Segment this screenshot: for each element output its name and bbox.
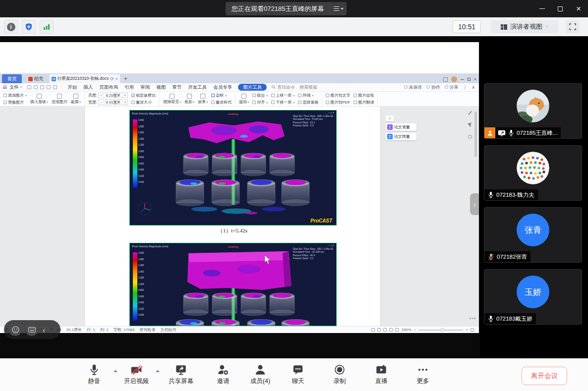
width-stepper[interactable]: −9.91厘米+ — [98, 100, 128, 105]
zoom-out-button[interactable]: − — [414, 328, 416, 332]
chat-button[interactable]: 聊天 — [278, 363, 318, 386]
zoom-in-button[interactable]: + — [466, 328, 468, 332]
ribbon-image-to-pdf[interactable]: 图片转PDF — [326, 100, 350, 105]
menu-item-page-layout[interactable]: 页面布局 — [99, 84, 118, 91]
figure-2[interactable]: Fluid Velocity Magnitude [m/s] meshing ─… — [129, 243, 337, 326]
menu-file[interactable]: 文件 — [9, 84, 19, 91]
picture-tools-tab[interactable]: 图片工具 — [238, 84, 267, 91]
close-button[interactable]: × — [571, 0, 586, 17]
collaborate-button[interactable]: 协作 — [426, 84, 440, 91]
security-button[interactable] — [22, 20, 36, 34]
ribbon-bring-forward[interactable]: 上移一层▾ — [271, 93, 294, 98]
tab-close-icon[interactable]: × — [116, 76, 118, 81]
collapse-pill-icon[interactable]: ‹ — [43, 326, 45, 334]
reset-size-button[interactable]: 重设大小 — [131, 100, 156, 105]
ribbon-add-image[interactable]: 添加图片▾ — [3, 93, 27, 98]
participant-tile-3[interactable]: 张青 072182张青 — [484, 207, 582, 263]
ribbon-select-pane[interactable]: 选择窗格 — [298, 100, 318, 105]
invite-button[interactable]: 邀请 — [203, 363, 243, 386]
plugin-check-button[interactable]: 文 论文查重 — [386, 123, 416, 131]
lock-aspect-checkbox[interactable]: ✓锁定纵横比 — [131, 93, 156, 98]
meeting-info-button[interactable]: i — [4, 20, 18, 34]
view-mode-2-icon[interactable] — [377, 328, 381, 332]
apps-grid-icon[interactable] — [443, 77, 448, 82]
menu-item-section[interactable]: 章节 — [172, 84, 181, 91]
menu-item-review[interactable]: 审阅 — [140, 84, 150, 91]
wps-tab-home[interactable]: 首页 — [2, 74, 22, 83]
menu-item-start[interactable]: 开始 — [67, 84, 77, 91]
participant-tile-1[interactable]: 072185王直峰... — [484, 83, 582, 139]
ribbon-insert-shape[interactable]: 插入形状▾ — [30, 94, 48, 105]
wps-account-avatar[interactable] — [451, 76, 457, 82]
wps-restore-icon[interactable] — [468, 78, 470, 81]
ribbon-compress-image[interactable]: 压缩图片 — [52, 94, 67, 105]
emoji-button[interactable] — [9, 323, 22, 336]
ribbon-color[interactable]: 色彩▾ — [184, 94, 194, 105]
ribbon-replace-image[interactable]: 替换图片 — [3, 100, 27, 105]
share-button[interactable]: 分享 — [445, 84, 459, 91]
view-mode-button[interactable]: 演讲者视图 — [491, 20, 558, 33]
ribbon-group[interactable]: 组合▾ — [252, 93, 268, 98]
wps-minimize-icon[interactable] — [461, 79, 464, 80]
ribbon-remove-background[interactable]: 抠除背景▾ — [163, 94, 181, 105]
status-proofread[interactable]: 文档校对 — [160, 327, 176, 333]
record-button[interactable]: 录制 — [320, 363, 359, 386]
view-mode-4-icon[interactable] — [389, 328, 393, 332]
more-button[interactable]: 更多 — [403, 363, 443, 386]
ribbon-crop[interactable]: 裁剪▾ — [71, 94, 81, 105]
maximize-button[interactable] — [553, 0, 568, 17]
leave-meeting-button[interactable]: 离开会议 — [522, 367, 567, 385]
collapse-ribbon-icon[interactable]: ∧ — [471, 85, 475, 90]
plugin-reduce-button[interactable]: 文 论文降重 — [386, 133, 416, 140]
global-menu-icon[interactable] — [3, 86, 7, 89]
menu-item-view[interactable]: 视图 — [156, 84, 166, 91]
new-tab-button[interactable]: + — [124, 74, 127, 83]
camera-button[interactable]: 开启视频 — [117, 363, 156, 386]
menu-item-member[interactable]: 会员专享 — [213, 84, 232, 91]
ribbon-effect[interactable]: 效果▾ — [198, 94, 208, 105]
network-quality-button[interactable] — [40, 20, 54, 34]
doc-scrollbar[interactable] — [474, 112, 477, 157]
pen-mode-icon[interactable] — [395, 328, 399, 332]
wps-close-icon[interactable]: × — [474, 77, 476, 82]
plugin-collapse-button[interactable]: ∧ — [386, 115, 394, 121]
figure-1[interactable]: Fluid Velocity Magnitude [m/s] meshing ─… — [129, 110, 337, 225]
panel-collapse-handle[interactable]: › — [470, 193, 479, 215]
zoom-level[interactable]: 150% — [401, 328, 411, 332]
zoom-slider[interactable] — [418, 330, 463, 331]
quick-access-toolbar[interactable] — [27, 85, 61, 89]
live-button[interactable]: 直播 — [361, 363, 401, 386]
participant-tile-2[interactable]: 072183-魏力夫 — [484, 145, 582, 201]
status-spell-check[interactable]: 拼写检查 — [139, 327, 155, 333]
menu-item-dev-tools[interactable]: 开发工具 — [188, 84, 207, 91]
members-button[interactable]: 成员(4) — [240, 363, 280, 386]
select-cursor-icon[interactable] — [468, 122, 472, 128]
view-mode-1-icon[interactable] — [371, 328, 375, 332]
ribbon-image-extract[interactable]: 图片提取 — [353, 93, 374, 98]
more-vertical-icon[interactable]: ⋮ — [463, 85, 467, 90]
mute-button[interactable]: 静音 — [74, 363, 114, 386]
ribbon-border[interactable]: 边框▾ — [211, 93, 232, 98]
participant-tile-4[interactable]: 玉娇 072183戴玉娇 — [484, 269, 582, 325]
help-icon[interactable] — [468, 135, 472, 139]
view-mode-3-icon[interactable] — [383, 328, 387, 332]
menu-item-insert[interactable]: 插入 — [83, 84, 93, 91]
title-menu-button[interactable] — [330, 2, 347, 15]
ribbon-send-backward[interactable]: 下移一层▾ — [271, 100, 294, 105]
ribbon-align[interactable]: 对齐▾ — [252, 100, 268, 105]
menu-item-reference[interactable]: 引用 — [124, 84, 134, 91]
fit-page-icon[interactable] — [470, 328, 474, 332]
wps-tab-document[interactable]: W 行星架20210310-初稿.docx ⟳ × — [50, 74, 120, 83]
ribbon-rotate[interactable]: 旋转▾ — [239, 94, 249, 105]
command-search[interactable]: 查找命令、搜索模板 — [272, 84, 317, 91]
fullscreen-button[interactable] — [566, 20, 580, 33]
share-screen-button[interactable]: 共享屏幕 — [161, 363, 201, 386]
minimize-button[interactable] — [534, 0, 549, 17]
height-stepper[interactable]: −8.20厘米+ — [98, 93, 128, 98]
wps-tab-docer[interactable]: 稻壳 — [22, 74, 50, 83]
keyboard-button[interactable] — [25, 323, 38, 336]
more-horizontal-icon[interactable] — [470, 318, 475, 319]
ribbon-image-to-text[interactable]: 图片转文字 — [326, 93, 350, 98]
pen-icon[interactable] — [468, 111, 472, 115]
ribbon-image-translate[interactable]: 图片翻译 — [353, 100, 374, 105]
